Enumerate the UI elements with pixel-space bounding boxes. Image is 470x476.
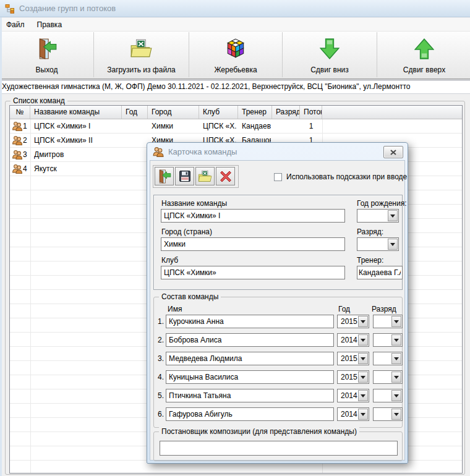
window-frame-edge	[0, 17, 2, 476]
menu-file[interactable]: Файл	[0, 19, 31, 31]
team-icon	[12, 164, 22, 176]
team-name-cell: ЦПСК «Химки» II	[34, 136, 121, 145]
col-header-city[interactable]: Город	[148, 106, 199, 119]
chevron-down-icon	[390, 243, 395, 246]
dropdown-button[interactable]	[391, 409, 401, 420]
toolbar: Выход Загрузить из файла	[0, 32, 470, 79]
roster-group-title: Состав команды	[159, 292, 221, 301]
team-number: 1	[23, 122, 27, 130]
composer-input[interactable]	[160, 441, 398, 456]
green-arrow-up-icon	[414, 32, 434, 66]
member-year-combo[interactable]: 2014	[337, 407, 369, 421]
team-city-cell: Химки	[152, 122, 198, 130]
member-grade-combo[interactable]	[373, 389, 403, 402]
member-index: 6.	[156, 410, 164, 419]
member-year-combo[interactable]: 2015	[337, 352, 369, 365]
member-name-input[interactable]	[166, 407, 334, 421]
col-header-club[interactable]: Клуб	[199, 106, 238, 119]
dropdown-button[interactable]	[358, 372, 368, 383]
window-title: Создание групп и потоков	[19, 4, 116, 13]
table-row[interactable]: 1 ЦПСК «Химки» I Химки ЦПСК «Х... Кандае…	[10, 119, 462, 134]
dropdown-button[interactable]	[391, 316, 401, 327]
menu-edit[interactable]: Правка	[31, 19, 69, 31]
member-grade-combo[interactable]	[373, 352, 403, 365]
toolbar-button-label: Выход	[36, 66, 58, 74]
save-button[interactable]	[175, 167, 194, 185]
team-name-input[interactable]	[161, 209, 345, 223]
col-header-num[interactable]: №	[10, 106, 30, 119]
team-number: 4	[23, 164, 27, 173]
member-name-input[interactable]	[166, 333, 334, 347]
city-input[interactable]	[161, 237, 345, 251]
draw-lots-button[interactable]: Жеребьевка	[189, 32, 283, 77]
member-grade-combo[interactable]	[373, 333, 403, 347]
col-header-grade[interactable]: Разряд	[272, 106, 300, 119]
toolbar-button-label: Сдвиг вниз	[310, 66, 349, 74]
birth-year-combo[interactable]	[357, 209, 399, 223]
dialog-title: Карточка команды	[168, 147, 237, 156]
combo-value: 2015	[341, 354, 357, 363]
col-header-team-name[interactable]: Название команды	[30, 106, 122, 119]
shift-down-button[interactable]: Сдвиг вниз	[283, 32, 377, 77]
chevron-down-icon	[390, 215, 395, 218]
combo-value: 2014	[341, 336, 357, 344]
member-year-combo[interactable]: 2014	[337, 333, 369, 347]
exit-button[interactable]: Выход	[0, 32, 94, 77]
member-grade-combo[interactable]	[373, 407, 403, 421]
col-header-year[interactable]: Год	[122, 106, 148, 119]
competition-info-bar: Художественная гимнастика (М, Ж, ОФП) Де…	[0, 80, 470, 94]
member-year-combo[interactable]: 2015	[337, 315, 369, 328]
close-button[interactable]	[383, 146, 403, 158]
team-card-dialog: Карточка команды	[147, 142, 408, 464]
member-name-input[interactable]	[166, 389, 334, 402]
dialog-body: Использовать подсказки при вводе Названи…	[150, 160, 405, 461]
member-grade-combo[interactable]	[373, 315, 403, 328]
delete-cross-icon	[220, 170, 232, 182]
dropdown-button[interactable]	[358, 390, 368, 401]
col-header-coach[interactable]: Тренер	[238, 106, 272, 119]
club-input[interactable]	[161, 266, 345, 279]
exit-door-icon	[36, 32, 58, 66]
member-index: 1.	[156, 317, 164, 326]
shift-up-button[interactable]: Сдвиг вверх	[377, 32, 470, 77]
menubar: Файл Правка	[0, 18, 470, 32]
team-name-cell: Якутск	[34, 164, 121, 173]
hints-checkbox-label: Использовать подсказки при вводе	[286, 172, 407, 181]
dialog-exit-button[interactable]	[155, 167, 174, 185]
dropdown-button[interactable]	[391, 353, 401, 364]
member-year-combo[interactable]: 2014	[337, 389, 369, 402]
dropdown-button[interactable]	[391, 334, 401, 346]
chevron-down-icon	[394, 394, 399, 397]
member-year-combo[interactable]: 2015	[337, 370, 369, 384]
dropdown-button[interactable]	[388, 239, 398, 250]
dropdown-button[interactable]	[358, 334, 368, 346]
hints-checkbox[interactable]	[274, 173, 282, 181]
chevron-down-icon	[361, 320, 365, 323]
dropdown-button[interactable]	[358, 353, 368, 364]
birth-year-label: Год рождения:	[357, 199, 407, 208]
member-index: 4.	[156, 373, 164, 381]
member-name-input[interactable]	[166, 352, 334, 365]
col-header-stream[interactable]: Поток	[300, 106, 322, 119]
dropdown-button[interactable]	[391, 390, 401, 401]
chevron-down-icon	[394, 320, 399, 323]
excel-folder-icon	[198, 170, 213, 183]
dropdown-button[interactable]	[391, 372, 401, 383]
team-fields-panel: Название команды Год рождения: Город (ст…	[153, 195, 403, 290]
team-name-cell: ЦПСК «Химки» I	[34, 122, 121, 130]
dropdown-button[interactable]	[358, 409, 368, 420]
teams-table-header: № Название команды Год Город Клуб Тренер…	[10, 106, 462, 119]
member-name-input[interactable]	[166, 370, 334, 384]
delete-button[interactable]	[216, 167, 235, 185]
grade-label: Разряд:	[357, 227, 383, 236]
member-name-input[interactable]	[166, 315, 334, 328]
member-grade-combo[interactable]	[373, 370, 403, 384]
load-from-file-button[interactable]: Загрузить из файла	[94, 32, 189, 77]
dropdown-button[interactable]	[358, 316, 368, 327]
dialog-toolbar	[153, 165, 239, 188]
rubik-cube-icon	[224, 32, 247, 66]
grade-combo[interactable]	[357, 237, 399, 251]
dropdown-button[interactable]	[388, 210, 398, 221]
coach-input[interactable]	[357, 266, 403, 279]
dialog-load-button[interactable]	[195, 167, 215, 185]
